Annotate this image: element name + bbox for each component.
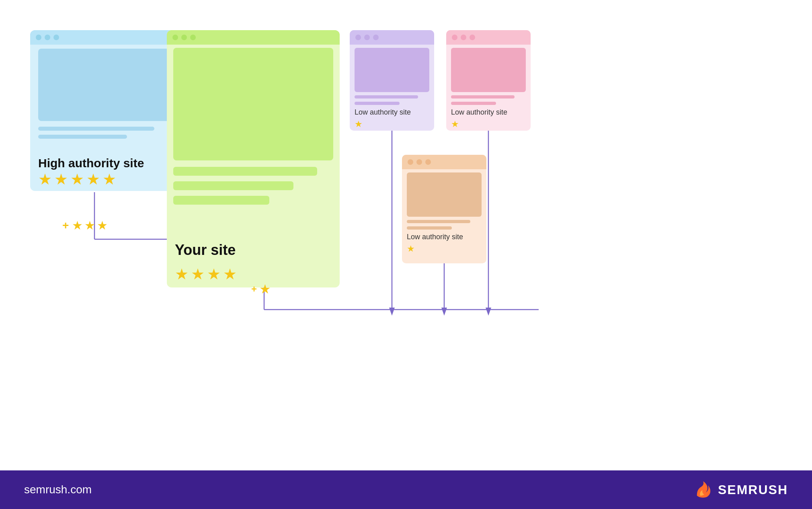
- purple-site-image: [355, 48, 429, 92]
- content-line: [173, 167, 317, 176]
- low-authority-purple-label: Low authority site: [350, 108, 434, 117]
- semrush-logo: SEMRUSH: [693, 480, 788, 500]
- star-1: ★: [175, 267, 189, 282]
- footer-domain: semrush.com: [24, 483, 92, 496]
- browser-titlebar-yours: [167, 30, 340, 45]
- browser-dot-3: [373, 35, 379, 40]
- content-line: [451, 95, 515, 99]
- content-line: [173, 196, 269, 205]
- semrush-icon: [693, 480, 713, 500]
- browser-dot-1: [355, 35, 361, 40]
- low-authority-pink-label: Low authority site: [446, 108, 531, 117]
- footer: semrush.com SEMRUSH: [0, 470, 812, 509]
- high-site-image: [38, 49, 175, 121]
- purple-site-content: [355, 95, 429, 105]
- star-2: ★: [191, 267, 205, 282]
- star-4: ★: [86, 172, 100, 187]
- browser-dot-2: [364, 35, 370, 40]
- star-1: ★: [38, 172, 52, 187]
- browser-dot-1: [36, 35, 41, 40]
- your-site-content: [173, 167, 333, 205]
- traveling-star-1: ★: [72, 220, 83, 232]
- content-line: [38, 127, 154, 131]
- browser-dot-3: [425, 159, 431, 165]
- star-3: ★: [207, 267, 221, 282]
- your-site-stars: ★ ★ ★ ★: [175, 267, 237, 282]
- low-authority-pink-star: ★: [446, 117, 531, 129]
- low-authority-peach-browser: Low authority site ★: [402, 155, 486, 263]
- svg-marker-10: [441, 308, 447, 316]
- star-4: ★: [223, 267, 237, 282]
- low-authority-pink-browser: Low authority site ★: [446, 30, 531, 131]
- pink-site-image: [451, 48, 526, 92]
- content-line: [451, 102, 496, 105]
- semrush-brand-name: SEMRUSH: [718, 482, 788, 497]
- star-2: ★: [54, 172, 68, 187]
- high-authority-label: High authority site: [38, 156, 144, 170]
- plus-high: +: [62, 219, 69, 232]
- traveling-star-3: ★: [97, 220, 108, 232]
- traveling-star-low: + ★: [251, 281, 271, 297]
- high-site-content: [38, 127, 175, 139]
- traveling-star-low: ★: [259, 281, 271, 297]
- low-authority-peach-label: Low authority site: [402, 233, 486, 241]
- browser-dot-2: [461, 35, 466, 40]
- low-authority-purple-star: ★: [350, 117, 434, 129]
- your-site-image: [173, 48, 333, 160]
- content-line: [38, 135, 127, 139]
- content-line: [407, 220, 470, 223]
- svg-marker-8: [486, 308, 491, 316]
- traveling-star-2: ★: [84, 220, 95, 232]
- content-line: [173, 181, 293, 190]
- traveling-stars-high: + ★ ★ ★: [62, 219, 108, 232]
- your-site-label: Your site: [175, 242, 236, 259]
- browser-dot-2: [416, 159, 422, 165]
- pink-site-content: [451, 95, 526, 105]
- browser-dot-2: [45, 35, 50, 40]
- browser-dot-3: [190, 35, 196, 40]
- content-line: [407, 226, 452, 230]
- browser-dot-2: [181, 35, 187, 40]
- browser-dot-3: [53, 35, 59, 40]
- svg-marker-6: [389, 308, 395, 316]
- browser-dot-1: [452, 35, 457, 40]
- low-authority-purple-browser: Low authority site ★: [350, 30, 434, 131]
- low-authority-peach-star: ★: [402, 241, 486, 254]
- high-authority-stars: ★ ★ ★ ★ ★: [38, 172, 116, 187]
- high-authority-browser: High authority site ★ ★ ★ ★ ★: [30, 30, 183, 191]
- your-site-browser: Your site ★ ★ ★ ★: [167, 30, 340, 287]
- peach-site-image: [407, 172, 482, 217]
- browser-titlebar-high: [30, 30, 183, 45]
- content-line: [355, 102, 400, 105]
- browser-dot-1: [408, 159, 413, 165]
- browser-dot-1: [172, 35, 178, 40]
- browser-titlebar-peach: [402, 155, 486, 169]
- content-line: [355, 95, 418, 99]
- main-content: High authority site ★ ★ ★ ★ ★ + ★ ★ ★: [0, 0, 812, 470]
- plus-low: +: [251, 283, 257, 295]
- peach-site-content: [407, 220, 482, 230]
- browser-titlebar-purple: [350, 30, 434, 45]
- browser-titlebar-pink: [446, 30, 531, 45]
- star-5: ★: [103, 172, 116, 187]
- star-3: ★: [70, 172, 84, 187]
- browser-dot-3: [470, 35, 475, 40]
